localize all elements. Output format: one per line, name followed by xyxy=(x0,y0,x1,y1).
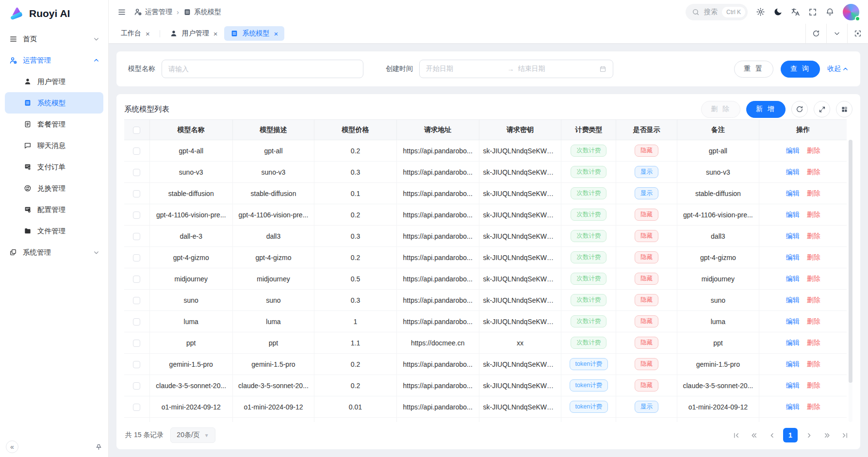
delete-link[interactable]: 删除 xyxy=(807,253,820,261)
expand-table-button[interactable] xyxy=(814,101,830,117)
search-button[interactable]: 查 询 xyxy=(781,61,820,78)
delete-link[interactable]: 删除 xyxy=(807,232,820,240)
delete-link[interactable]: 删除 xyxy=(807,403,820,410)
row-checkbox[interactable] xyxy=(133,190,140,197)
cell-visible: 隐藏 xyxy=(616,354,677,375)
translate-icon[interactable] xyxy=(791,7,800,16)
row-checkbox[interactable] xyxy=(133,297,140,304)
sidebar-item-chat-messages[interactable]: 聊天消息 xyxy=(0,135,108,156)
refresh-table-button[interactable] xyxy=(791,101,808,117)
row-checkbox[interactable] xyxy=(133,340,140,347)
sidebar-collapse-button[interactable]: « xyxy=(6,441,18,453)
sidebar-item-operations[interactable]: 运营管理 xyxy=(0,49,108,71)
edit-link[interactable]: 编辑 xyxy=(786,339,800,346)
edit-link[interactable]: 编辑 xyxy=(786,275,800,282)
page-size-select[interactable]: 20条/页 ▼ xyxy=(170,427,215,443)
dark-mode-moon-icon[interactable] xyxy=(773,7,783,16)
close-tab-icon[interactable]: × xyxy=(274,30,278,37)
hamburger-menu-icon[interactable] xyxy=(117,8,126,16)
row-checkbox[interactable] xyxy=(133,233,140,240)
table-row: gpt-4-allgpt-all0.2https://api.pandarobo… xyxy=(124,140,847,162)
cell-apikey: xx xyxy=(479,332,561,354)
content-fullscreen-icon[interactable] xyxy=(847,24,868,43)
delete-link[interactable]: 删除 xyxy=(807,211,820,218)
fullscreen-icon[interactable] xyxy=(808,8,817,16)
tab-separator xyxy=(160,30,160,37)
edit-link[interactable]: 编辑 xyxy=(786,381,800,389)
close-tab-icon[interactable]: × xyxy=(213,30,218,37)
breadcrumb-item[interactable]: 系统模型 xyxy=(183,8,221,16)
delete-button[interactable]: 删 除 xyxy=(701,101,740,118)
sidebar-item-system-management[interactable]: 系统管理 xyxy=(0,242,108,263)
edit-link[interactable]: 编辑 xyxy=(786,360,800,368)
sidebar-item-system-model[interactable]: 系统模型 xyxy=(5,92,103,114)
settings-gear-icon[interactable] xyxy=(756,7,765,16)
breadcrumb-item[interactable]: 运营管理 xyxy=(134,8,172,16)
delete-link[interactable]: 删除 xyxy=(807,339,820,346)
edit-link[interactable]: 编辑 xyxy=(786,147,800,154)
edit-link[interactable]: 编辑 xyxy=(786,211,800,218)
notifications-bell-icon[interactable] xyxy=(825,7,835,16)
tab-options-chevron-icon[interactable] xyxy=(826,24,847,43)
user-avatar[interactable] xyxy=(843,4,859,20)
prev-page-button[interactable] xyxy=(765,428,779,442)
reset-button[interactable]: 重 置 xyxy=(734,61,773,78)
cell-name xyxy=(149,418,232,423)
row-checkbox[interactable] xyxy=(133,276,140,283)
sidebar-item-package-management[interactable]: 套餐管理 xyxy=(0,114,108,135)
refresh-tab-icon[interactable] xyxy=(805,24,826,43)
cell-remark: ppt xyxy=(677,332,759,354)
row-checkbox[interactable] xyxy=(133,404,140,411)
delete-link[interactable]: 删除 xyxy=(807,381,820,389)
select-all-checkbox[interactable] xyxy=(133,127,140,134)
delete-link[interactable]: 删除 xyxy=(807,275,820,282)
logo[interactable]: Ruoyi AI xyxy=(0,0,108,27)
sidebar-item-config-management[interactable]: 配置管理 xyxy=(0,199,108,220)
sidebar-item-file-management[interactable]: 文件管理 xyxy=(0,220,108,242)
model-name-input[interactable] xyxy=(162,60,363,78)
filter-date-group: 创建时间 开始日期 → 结束日期 xyxy=(386,60,613,78)
table-scrollbar-thumb[interactable] xyxy=(849,140,852,383)
next-page-button[interactable] xyxy=(802,428,816,442)
edit-link[interactable]: 编辑 xyxy=(786,189,800,197)
edit-link[interactable]: 编辑 xyxy=(786,232,800,240)
prev-5-pages-button[interactable] xyxy=(747,428,761,442)
collapse-filters-link[interactable]: 收起 xyxy=(827,65,849,73)
row-checkbox[interactable] xyxy=(133,382,140,390)
delete-link[interactable]: 删除 xyxy=(807,296,820,304)
delete-link[interactable]: 删除 xyxy=(807,360,820,368)
billing-type-badge: 次数计费 xyxy=(571,315,606,328)
current-page-button[interactable]: 1 xyxy=(783,428,798,442)
row-checkbox[interactable] xyxy=(133,169,140,176)
next-5-pages-button[interactable] xyxy=(820,428,834,442)
edit-link[interactable]: 编辑 xyxy=(786,168,800,176)
pin-icon[interactable] xyxy=(95,443,102,451)
close-tab-icon[interactable]: × xyxy=(146,30,150,37)
sidebar-item-home[interactable]: 首页 xyxy=(0,28,108,49)
first-page-button[interactable] xyxy=(729,428,743,442)
edit-link[interactable]: 编辑 xyxy=(786,296,800,304)
sidebar-item-exchange-management[interactable]: 兑换管理 xyxy=(0,178,108,199)
sidebar-item-user-management[interactable]: 用户管理 xyxy=(0,71,108,92)
date-range-picker[interactable]: 开始日期 → 结束日期 xyxy=(419,60,613,78)
edit-link[interactable]: 编辑 xyxy=(786,403,800,410)
row-checkbox[interactable] xyxy=(133,318,140,326)
global-search[interactable]: 搜索 Ctrl K xyxy=(686,4,748,20)
tab-系统模型[interactable]: 系统模型 × xyxy=(224,26,285,41)
edit-link[interactable]: 编辑 xyxy=(786,253,800,261)
row-checkbox[interactable] xyxy=(133,212,140,219)
tab-用户管理[interactable]: 用户管理 × xyxy=(164,26,224,41)
tab-工作台[interactable]: 工作台 × xyxy=(115,26,156,41)
last-page-button[interactable] xyxy=(838,428,852,442)
edit-link[interactable]: 编辑 xyxy=(786,317,800,325)
add-button[interactable]: 新 增 xyxy=(746,101,786,118)
delete-link[interactable]: 删除 xyxy=(807,189,820,197)
row-checkbox[interactable] xyxy=(133,254,140,261)
row-checkbox[interactable] xyxy=(133,361,140,368)
delete-link[interactable]: 删除 xyxy=(807,168,820,176)
row-checkbox[interactable] xyxy=(133,147,140,155)
sidebar-item-payment-orders[interactable]: 支付订单 xyxy=(0,156,108,178)
delete-link[interactable]: 删除 xyxy=(807,317,820,325)
column-settings-button[interactable] xyxy=(836,101,852,117)
delete-link[interactable]: 删除 xyxy=(807,147,820,154)
